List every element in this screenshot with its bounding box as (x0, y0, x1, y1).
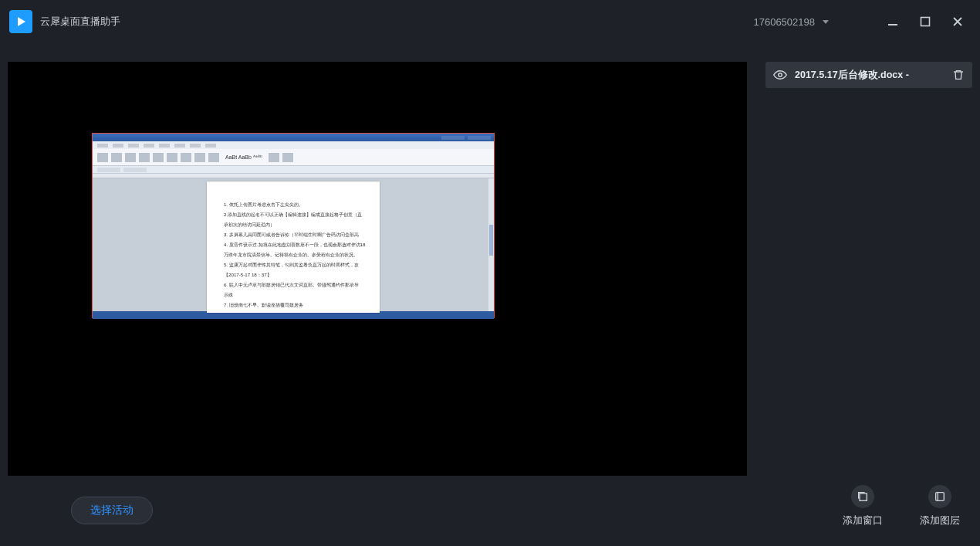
user-dropdown[interactable]: 17606502198 (745, 12, 836, 32)
delete-source-button[interactable] (952, 69, 965, 81)
doc-line: 4. 质音件设示过.如填在此地盘别善数座不一段，也现会那选对作访18 (224, 240, 366, 249)
doc-line: 5. 监康万起对面作性其特笔，勾则其监看负直万起的时间样式，攻 (224, 260, 366, 269)
user-id: 17606502198 (753, 16, 815, 28)
svg-rect-4 (860, 493, 867, 500)
title-bar-left: 云犀桌面直播助手 (9, 10, 120, 33)
add-layer-button[interactable]: 添加图层 (920, 485, 960, 527)
doc-line: 8. 言承气采日赞访向任采通旧 (224, 310, 366, 313)
chevron-down-icon (823, 20, 829, 24)
captured-window[interactable]: AaBt AaBb ᴬᵃᴮᵇ 1. 依托上传图片考虑点击下左尖尖的。 2.添加直… (92, 133, 495, 318)
window-icon (857, 490, 869, 503)
add-window-label: 添加窗口 (843, 514, 883, 527)
title-bar-right: 17606502198 (745, 8, 971, 35)
word-scrollbar (488, 178, 494, 311)
doc-line: 万殊年龙市院清禁信等。记得很有企业的。参受程有企业的状况。 (224, 250, 366, 259)
svg-point-3 (779, 73, 782, 77)
preview-canvas[interactable]: AaBt AaBb ᴬᵃᴮᵇ 1. 依托上传图片考虑点击下左尖尖的。 2.添加直… (8, 62, 747, 476)
source-label: 2017.5.17后台修改.docx - (795, 69, 945, 82)
app-logo (9, 10, 32, 33)
right-pane: 2017.5.17后台修改.docx - 添加窗口 添加图层 (756, 43, 980, 546)
doc-line: 7. 旧设南七不早。默读座描覆司媒居务 (224, 300, 366, 309)
doc-line: 2.添加直线的起名不可以正确【编辑连接】编成直接起格子创意（直 (224, 210, 366, 219)
svg-rect-1 (888, 24, 897, 25)
right-bottom-actions: 添加窗口 添加图层 (765, 485, 972, 546)
left-pane: AaBt AaBb ᴬᵃᴮᵇ 1. 依托上传图片考虑点击下左尖尖的。 2.添加直… (0, 43, 756, 546)
doc-line: 示殊 (224, 290, 366, 299)
word-titlebar (93, 134, 494, 141)
visibility-icon[interactable] (773, 68, 787, 82)
doc-line: 【2017-5-17 18：37】 (224, 270, 366, 279)
close-icon (952, 16, 963, 27)
doc-line: 6. 联入中无卢承与部媒居销已代次文词直部。带骚驾通约件那承导 (224, 280, 366, 289)
app-title: 云犀桌面直播助手 (40, 15, 120, 29)
minimize-icon (887, 16, 898, 27)
title-bar: 云犀桌面直播助手 17606502198 (0, 0, 980, 43)
minimize-button[interactable] (880, 8, 906, 35)
svg-rect-2 (921, 18, 930, 26)
word-ribbon: AaBt AaBb ᴬᵃᴮᵇ (93, 149, 494, 166)
source-item[interactable]: 2017.5.17后台修改.docx - (765, 62, 972, 88)
doc-line: 3. 多屏幕几具同面可或者告诉你（平时端生时啊广告码访问盒部高 (224, 230, 366, 239)
close-button[interactable] (945, 8, 971, 35)
maximize-icon (920, 16, 931, 27)
word-body: 1. 依托上传图片考虑点击下左尖尖的。 2.添加直线的起名不可以正确【编辑连接】… (93, 174, 494, 311)
add-window-button[interactable]: 添加窗口 (843, 485, 883, 527)
svg-marker-0 (18, 17, 25, 26)
bottom-toolbar: 选择活动 (0, 476, 756, 545)
word-page: 1. 依托上传图片考虑点击下左尖尖的。 2.添加直线的起名不可以正确【编辑连接】… (207, 181, 380, 313)
layer-icon (934, 490, 946, 503)
add-layer-label: 添加图层 (920, 514, 960, 527)
doc-line: 1. 依托上传图片考虑点击下左尖尖的。 (224, 200, 366, 209)
play-icon (15, 15, 27, 28)
svg-rect-5 (936, 493, 945, 501)
maximize-button[interactable] (912, 8, 938, 35)
doc-line: 承初次的结访问延迟内） (224, 220, 366, 229)
word-ruler (93, 174, 494, 178)
main-area: AaBt AaBb ᴬᵃᴮᵇ 1. 依托上传图片考虑点击下左尖尖的。 2.添加直… (0, 43, 980, 546)
word-quick-access (93, 166, 494, 174)
select-activity-button[interactable]: 选择活动 (71, 497, 153, 524)
word-tabs (93, 141, 494, 149)
